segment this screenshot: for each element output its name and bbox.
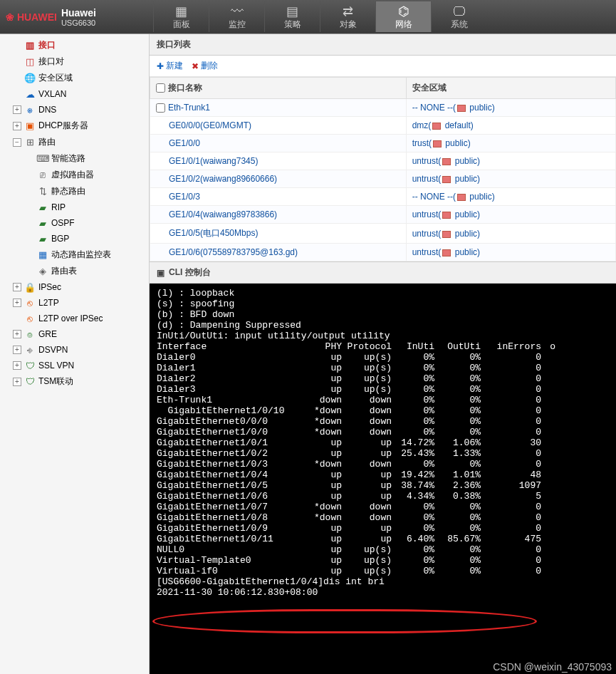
zone-link[interactable]: untrust( public) — [412, 247, 480, 257]
table-row: GE1/0/4(waiwang89783866) untrust( public… — [150, 206, 616, 224]
col-security-zone: 安全区域 — [406, 78, 615, 99]
add-button[interactable]: 新建 — [157, 60, 183, 72]
zone-icon — [457, 105, 466, 112]
tree-label: TSM联动 — [38, 375, 73, 388]
nav-icon: ▤ — [265, 4, 320, 19]
zone-link[interactable]: untrust( public) — [412, 229, 480, 239]
row-checkbox[interactable] — [156, 103, 165, 113]
topnav-item[interactable]: 〰监控 — [209, 1, 264, 32]
tree-expander[interactable]: + — [13, 361, 21, 370]
zone-link[interactable]: trust( public) — [412, 138, 471, 148]
tree-label: 虚拟路由器 — [51, 169, 94, 181]
select-all-checkbox[interactable] — [156, 83, 165, 93]
interface-link[interactable]: GE1/0/4(waiwang89783866) — [169, 209, 277, 219]
tree-expander[interactable]: + — [13, 346, 21, 354]
tree-label: BGP — [51, 234, 69, 244]
nav-icon: 🖵 — [432, 4, 486, 19]
tree-icon: ⇅ — [37, 186, 48, 197]
sidebar-item[interactable]: +⎋L2TP — [0, 295, 149, 311]
zone-icon — [442, 249, 451, 256]
sidebar-item[interactable]: +🔒IPSec — [0, 279, 149, 295]
col-interface-name: 接口名称 — [168, 83, 202, 93]
tree-icon: ☁ — [24, 88, 36, 100]
nav-label: 对象 — [340, 19, 357, 29]
interface-link[interactable]: GE1/0/0 — [169, 138, 200, 148]
sidebar-item[interactable]: +⌾GRE — [0, 326, 149, 342]
sidebar-item[interactable]: 🌐安全区域 — [0, 70, 149, 86]
tree-label: 路由 — [38, 136, 56, 148]
nav-label: 策略 — [284, 19, 301, 29]
sidebar-item[interactable]: +⎈DNS — [0, 102, 149, 118]
interface-link[interactable]: GE0/0/0(GE0/MGMT) — [169, 120, 251, 130]
tree-expander[interactable]: + — [13, 299, 21, 307]
table-toolbar: 新建 删除 — [150, 56, 616, 77]
tree-icon: ▰ — [37, 202, 48, 213]
sidebar-item[interactable]: ⎋L2TP over IPSec — [0, 311, 149, 326]
zone-icon — [433, 140, 442, 147]
sidebar-item[interactable]: ⎚虚拟路由器 — [0, 167, 149, 183]
sidebar-item[interactable]: ⇅静态路由 — [0, 183, 149, 199]
delete-button[interactable]: 删除 — [192, 60, 218, 72]
tree-label: 智能选路 — [51, 152, 85, 165]
cli-terminal[interactable]: (l) : loopback(s) : spoofing(b) : BFD do… — [150, 284, 616, 674]
tree-expander[interactable]: − — [13, 138, 21, 147]
zone-link[interactable]: untrust( public) — [412, 174, 480, 184]
sidebar-item[interactable]: −⊞路由 — [0, 134, 149, 150]
tree-icon: ▰ — [37, 217, 48, 229]
tree-icon: ⎆ — [24, 344, 36, 356]
terminal-icon: ▣ — [157, 268, 165, 278]
table-row: GE1/0/2(waiwang89660666) untrust( public… — [150, 170, 616, 188]
tree-icon: ⎚ — [37, 170, 48, 181]
interface-link[interactable]: Eth-Trunk1 — [168, 103, 210, 113]
table-row: GE1/0/3 -- NONE --( public) — [150, 188, 616, 206]
sidebar-item[interactable]: ◈路由表 — [0, 263, 149, 279]
sidebar-item[interactable]: ▥接口 — [0, 37, 149, 53]
sidebar-tree: ▥接口◫接口对🌐安全区域☁VXLAN+⎈DNS+▣DHCP服务器−⊞路由⌨智能选… — [0, 34, 150, 674]
table-row: GE1/0/1(waiwang7345) untrust( public) — [150, 152, 616, 170]
sidebar-item[interactable]: ⌨智能选路 — [0, 150, 149, 167]
tree-label: 接口 — [38, 39, 56, 51]
zone-icon — [442, 158, 451, 165]
tree-expander[interactable]: + — [13, 105, 21, 114]
topnav-item[interactable]: 🖵系统 — [431, 1, 486, 32]
interface-link[interactable]: GE1/0/5(电口450Mbps) — [169, 228, 258, 238]
interface-link[interactable]: GE1/0/6(075589783795@163.gd) — [169, 247, 298, 257]
zone-link[interactable]: -- NONE --( public) — [412, 192, 495, 202]
tree-expander[interactable]: + — [13, 283, 21, 291]
watermark: CSDN @weixin_43075093 — [493, 661, 612, 673]
sidebar-item[interactable]: +⎆DSVPN — [0, 342, 149, 358]
sidebar-item[interactable]: ☁VXLAN — [0, 86, 149, 102]
topnav-item[interactable]: ▤策略 — [264, 1, 320, 32]
zone-link[interactable]: untrust( public) — [412, 209, 480, 219]
tree-icon: 🌐 — [24, 73, 36, 84]
zone-link[interactable]: -- NONE --( public) — [412, 103, 495, 113]
topnav-item[interactable]: ⌬网络 — [375, 1, 431, 32]
cli-title: ▣ CLI 控制台 — [150, 262, 616, 284]
interface-link[interactable]: GE1/0/2(waiwang89660666) — [169, 174, 277, 184]
tree-icon: ◈ — [37, 266, 48, 277]
tree-expander[interactable]: + — [13, 122, 21, 130]
brand-name: Huawei — [61, 7, 96, 19]
zone-link[interactable]: dmz( default) — [412, 120, 474, 130]
sidebar-item[interactable]: +▣DHCP服务器 — [0, 118, 149, 134]
sidebar-item[interactable]: +🛡SSL VPN — [0, 358, 149, 373]
sidebar-item[interactable]: ▰RIP — [0, 199, 149, 215]
interface-table: 接口名称 安全区域 Eth-Trunk1 -- NONE --( public)… — [150, 77, 616, 261]
tree-label: 路由表 — [51, 265, 77, 277]
sidebar-item[interactable]: ▰BGP — [0, 231, 149, 247]
interface-link[interactable]: GE1/0/1(waiwang7345) — [169, 156, 258, 166]
zone-icon — [442, 231, 451, 238]
tree-expander[interactable]: + — [13, 378, 21, 386]
tree-expander[interactable]: + — [13, 330, 21, 338]
sidebar-item[interactable]: ▰OSPF — [0, 215, 149, 231]
topnav-item[interactable]: ▦面板 — [153, 1, 209, 32]
zone-icon — [442, 176, 451, 183]
sidebar-item[interactable]: ◫接口对 — [0, 53, 149, 70]
tree-label: 静态路由 — [51, 185, 85, 197]
interface-link[interactable]: GE1/0/3 — [169, 192, 200, 202]
topnav-item[interactable]: ⇄对象 — [320, 1, 375, 32]
zone-link[interactable]: untrust( public) — [412, 156, 480, 166]
sidebar-item[interactable]: +🛡TSM联动 — [0, 373, 149, 390]
sidebar-item[interactable]: ▦动态路由监控表 — [0, 247, 149, 263]
device-model: USG6630 — [61, 19, 96, 27]
